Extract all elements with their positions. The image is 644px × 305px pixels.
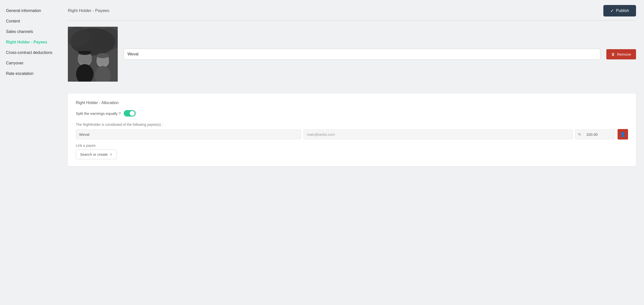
sidebar-item-rate-escalation[interactable]: Rate escalation <box>4 69 56 78</box>
publish-button[interactable]: ✓ Publish <box>603 5 636 17</box>
remove-label: Remove <box>617 52 631 56</box>
link-payee-label: Link a payee <box>76 144 628 148</box>
allocation-title: Right Holder - Allocation <box>76 101 628 105</box>
sidebar-item-right-holder-payees[interactable]: Right Holder - Payees <box>4 38 56 47</box>
search-create-label: Search or create <box>80 152 108 156</box>
chevron-down-icon: ⇕ <box>110 153 112 156</box>
unlink-payee-button[interactable]: 👤 <box>618 129 628 140</box>
page-title: Right Holder - Payees <box>68 8 109 13</box>
unlink-icon: 👤 <box>620 132 626 137</box>
sidebar-item-sales-channels[interactable]: Sales channels <box>4 27 56 37</box>
sidebar-item-content[interactable]: Content <box>4 17 56 26</box>
publish-label: Publish <box>616 9 629 13</box>
toggle-slider <box>124 110 136 117</box>
artist-section: 🗑 Remove <box>68 27 636 88</box>
artist-photo <box>68 27 118 82</box>
content-area: 🗑 Remove Right Holder - Allocation Split… <box>60 21 644 172</box>
payee-email-input[interactable] <box>304 130 573 139</box>
payees-label: The Rightholder is constituted of the fo… <box>76 123 628 127</box>
split-row: Split the earnings equally ? <box>76 110 628 117</box>
svg-point-11 <box>97 53 109 58</box>
search-or-create-button[interactable]: Search or create ⇕ <box>76 150 116 159</box>
sidebar: General information Content Sales channe… <box>0 0 60 305</box>
payee-percent-wrap: % ▲ ▼ <box>575 130 615 139</box>
payee-percent-input[interactable] <box>584 130 615 139</box>
split-label: Split the earnings equally ? <box>76 111 121 116</box>
payee-row: % ▲ ▼ 👤 <box>76 129 628 140</box>
top-bar: Right Holder - Payees ✓ Publish <box>60 0 644 21</box>
app-container: General information Content Sales channe… <box>0 0 644 305</box>
split-earnings-toggle[interactable] <box>124 110 136 117</box>
sidebar-item-cross-contract-deductions[interactable]: Cross-contract deductions <box>4 48 56 57</box>
artist-photo-image <box>68 27 118 82</box>
trash-icon: 🗑 <box>611 52 615 56</box>
sidebar-item-general-information[interactable]: General information <box>4 6 56 16</box>
publish-icon: ✓ <box>610 8 614 14</box>
artist-name-input[interactable] <box>124 49 600 60</box>
artist-name-wrap <box>124 49 600 60</box>
sidebar-item-carryover[interactable]: Carryover <box>4 58 56 68</box>
payee-name-input[interactable] <box>76 130 301 139</box>
main-content: Right Holder - Payees ✓ Publish <box>60 0 644 305</box>
link-payee-section: Link a payee Search or create ⇕ <box>76 144 628 159</box>
allocation-card: Right Holder - Allocation Split the earn… <box>68 94 636 166</box>
svg-rect-7 <box>78 51 91 53</box>
remove-button[interactable]: 🗑 Remove <box>606 49 636 59</box>
percent-symbol: % <box>576 132 584 136</box>
